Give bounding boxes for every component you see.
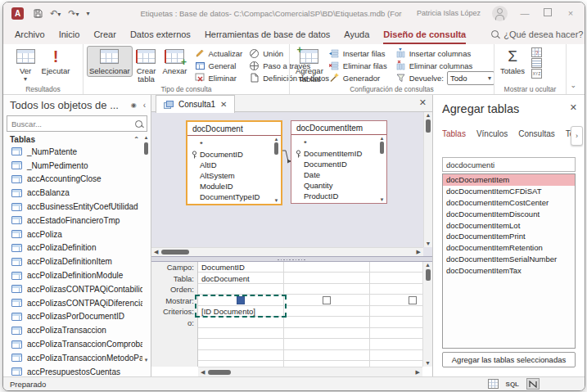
totals-button[interactable]: Σ Totales [498, 46, 527, 77]
tell-me-box[interactable]: ¿Qué desea hacer? [491, 29, 583, 39]
panel-table-item[interactable]: docDocumentItem [443, 174, 575, 186]
field-row[interactable]: Quantity [291, 180, 386, 191]
panel-table-item[interactable]: docDocumentItemTax [443, 264, 575, 276]
scroll-up-icon[interactable]: ▲ [274, 137, 279, 142]
sidebar-table-item[interactable]: accPolizasCONTPAQiDiferencias [3, 296, 142, 310]
make-table-button[interactable]: Crear tabla [134, 46, 159, 85]
sidebar-table-item[interactable]: accPresupuestosCuentas [3, 365, 142, 376]
undo-icon[interactable]: ↶▾ [50, 8, 61, 19]
menu-diseno-consulta[interactable]: Diseño de consulta [383, 29, 466, 39]
run-button[interactable]: ! Ejecutar [39, 46, 73, 77]
grid-field-cell[interactable]: DocumentID [201, 263, 245, 272]
sidebar-table-item[interactable]: accPolizaDefinitionItem [3, 255, 142, 268]
field-row[interactable]: Date [291, 169, 386, 180]
sidebar-table-item[interactable]: accPolizaDefinition [3, 241, 142, 255]
menu-datos-externos[interactable]: Datos externos [130, 29, 191, 39]
sidebar-table-item[interactable]: accAccountingClose [3, 173, 142, 187]
tab-close-icon[interactable]: ✕ [220, 100, 227, 109]
view-button[interactable]: Ver▾ [14, 46, 38, 85]
diagram-hscrollbar[interactable]: ◀ ▶ [151, 247, 423, 256]
nav-collapse-icon[interactable]: ‹ [143, 101, 146, 110]
table-box-docdocument[interactable]: docDocument * DocumentID [186, 120, 282, 205]
scroll-thumb[interactable] [208, 370, 231, 375]
insert-rows-button[interactable]: Insertar filas [329, 47, 387, 59]
sql-view-icon[interactable]: SQL [506, 381, 519, 388]
panel-table-item[interactable]: docDocumentItemCostCenter [443, 197, 575, 209]
sidebar-table-item[interactable]: accPolizaDefinitionModule [3, 268, 142, 282]
sidebar-table-item[interactable]: accPoliza [3, 228, 142, 241]
field-row[interactable]: DocumentID [291, 159, 386, 169]
scroll-up-icon[interactable]: ▴ [145, 134, 148, 140]
scroll-down-icon[interactable]: ▼ [380, 197, 385, 202]
grid-hscrollbar[interactable]: ◀ ▶ [198, 367, 422, 376]
scroll-up-icon[interactable]: ▲ [426, 112, 431, 118]
scroll-down-icon[interactable]: ▼ [423, 360, 432, 366]
panel-table-item[interactable]: docDocumentItemCFDiSAT [443, 186, 575, 197]
scroll-thumb[interactable] [426, 119, 431, 133]
field-row[interactable]: ModuleID [187, 181, 281, 191]
nav-search-input[interactable]: Buscar... [7, 115, 147, 132]
delete-columns-button[interactable]: Eliminar columnas [395, 60, 494, 71]
tab-consultas[interactable]: Consultas [518, 129, 554, 143]
customize-qat-icon[interactable]: ▾ [86, 10, 89, 17]
property-sheet-icon[interactable] [531, 58, 542, 68]
field-row[interactable]: AltID [187, 160, 281, 170]
save-icon[interactable] [34, 9, 43, 18]
scroll-right-icon[interactable]: ▶ [417, 249, 421, 255]
tab-consulta1[interactable]: Consulta1 ✕ [156, 95, 235, 113]
panel-table-item[interactable]: docDocumentItemDiscount [443, 208, 575, 219]
maximize-button[interactable] [542, 8, 553, 18]
sidebar-table-item[interactable]: accEstadoFinancieroTmp [3, 214, 142, 228]
sidebar-table-item[interactable]: accPolizasPorDocumentID [3, 310, 142, 324]
select-query-button[interactable]: Seleccionar [87, 46, 133, 77]
sidebar-table-item[interactable]: accPolizaTransaccionComprobante [3, 337, 142, 351]
minimize-button[interactable]: — [519, 8, 531, 18]
tabs-overflow-icon[interactable]: › [571, 126, 583, 146]
panel-table-item[interactable]: docDocumentItemLot [443, 219, 575, 231]
scroll-thumb[interactable] [161, 250, 189, 255]
tab-tablas[interactable]: Tablas [442, 129, 466, 143]
field-row[interactable]: * [291, 137, 386, 148]
collapse-ribbon-icon[interactable]: ⌄ [570, 81, 576, 89]
menu-archivo[interactable]: Archivo [15, 29, 45, 39]
insert-columns-button[interactable]: Insertar columnas [395, 47, 494, 59]
nav-scrollbar[interactable]: ▴ ▾ [142, 134, 150, 375]
menu-ayuda[interactable]: Ayuda [344, 29, 369, 39]
crosstab-query-button[interactable]: General [195, 60, 243, 71]
panel-table-item[interactable]: docDocumentItemRetention [443, 242, 575, 254]
sidebar-table-item[interactable]: accPolizasCONTPAQiContabilidad [3, 282, 142, 296]
scroll-right-icon[interactable]: ▶ [416, 369, 420, 376]
return-dropdown[interactable]: Todo▾ [447, 71, 494, 85]
sidebar-table-item[interactable]: accBusinessEntityCoefUtilidad [3, 200, 142, 214]
scroll-thumb[interactable] [144, 142, 148, 155]
table-names-icon[interactable]: ? [531, 47, 542, 57]
field-row[interactable]: ProductID [291, 191, 386, 201]
show-checkbox-col2[interactable] [323, 296, 331, 304]
delete-rows-button[interactable]: Eliminar filas [329, 60, 387, 71]
scroll-left-icon[interactable]: ◀ [201, 369, 205, 376]
grid-vscrollbar[interactable]: ▲ ▼ [422, 262, 432, 367]
menu-inicio[interactable]: Inicio [59, 29, 80, 39]
table-box-docdocumentitem[interactable]: docDocumentItem * DocumentItemID [291, 120, 387, 204]
field-row[interactable]: DocumentTypeID [187, 191, 281, 202]
sidebar-table-item[interactable]: accBalanza [3, 186, 142, 200]
panel-close-icon[interactable]: ✕ [570, 102, 577, 113]
panel-table-item[interactable]: docDocumentItemSerialNumber [443, 254, 575, 265]
datasheet-view-icon[interactable] [488, 379, 499, 389]
sidebar-table-item[interactable]: accPolizaTransaccionMetodoPago [3, 351, 142, 365]
builder-button[interactable]: Generador [329, 72, 387, 83]
scroll-left-icon[interactable]: ◀ [154, 249, 158, 255]
redo-icon[interactable]: ↷▾ [68, 8, 79, 19]
scroll-thumb[interactable] [274, 142, 278, 155]
fieldlist-scrollbar[interactable]: ▲ ▼ [378, 136, 386, 202]
field-row[interactable]: DocumentItemID [291, 148, 386, 159]
tab-vinculos[interactable]: Vínculos [476, 129, 508, 143]
close-button[interactable]: × [565, 8, 576, 18]
sidebar-table-item[interactable]: _NumPedimento [3, 159, 142, 173]
scroll-thumb[interactable] [380, 142, 384, 154]
panel-search-input[interactable]: docdocumenti [442, 157, 576, 172]
update-query-button[interactable]: Actualizar [195, 47, 243, 59]
scroll-down-icon[interactable]: ▼ [274, 198, 279, 203]
scroll-up-icon[interactable]: ▲ [380, 136, 385, 141]
delete-query-button[interactable]: Eliminar [195, 72, 243, 83]
